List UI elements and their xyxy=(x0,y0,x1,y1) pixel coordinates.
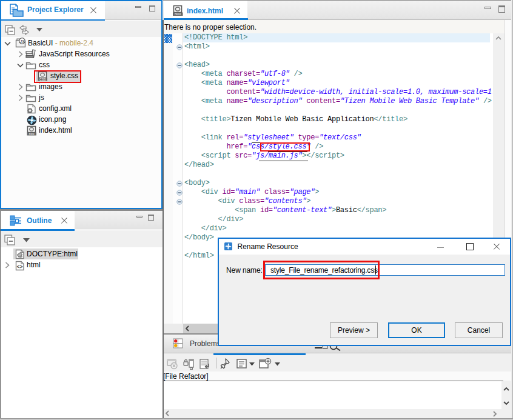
svg-text:html: html xyxy=(29,133,35,136)
svg-text:html: html xyxy=(175,12,181,16)
svg-text:JS: JS xyxy=(19,39,25,44)
svg-text:<>: <> xyxy=(16,264,22,270)
